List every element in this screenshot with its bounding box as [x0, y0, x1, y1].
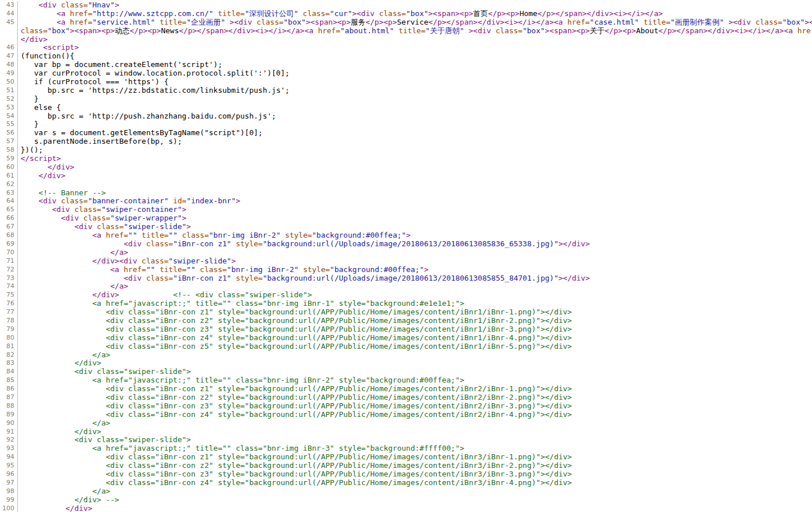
- code-text: <a href="service.html" title="企业画册" ><di…: [18, 18, 812, 27]
- code-token: "": [187, 265, 196, 274]
- code-line: 70 </a>: [0, 249, 812, 257]
- code-text: </a>: [18, 351, 111, 360]
- code-token: "box": [782, 18, 805, 26]
- code-token: </p></span></div><i></i></a><a: [659, 26, 798, 35]
- code-text: <div class="swiper-slide">: [18, 436, 191, 444]
- code-token: >: [182, 205, 187, 214]
- code-line: 65 <div class="swiper-container">: [0, 206, 812, 214]
- code-line: 53 else {: [0, 104, 812, 112]
- code-token: "banner-container": [88, 196, 168, 205]
- code-text: s.parentNode.insertBefore(bp, s);: [18, 137, 182, 146]
- code-token: </div>: [38, 171, 65, 180]
- code-line: 51 bp.src = 'https://zz.bdstatic.com/lin…: [0, 86, 812, 95]
- code-text: bp.src = 'http://push.zhanzhang.baidu.co…: [18, 112, 276, 121]
- code-text: </a>: [18, 249, 128, 257]
- code-token: "background:url(/Uploads/image/20180613/…: [263, 239, 559, 248]
- code-line: 60 </div>: [0, 163, 812, 172]
- code-token: id=: [168, 196, 186, 205]
- code-text: <div class="iBnr-con z1" style="backgrou…: [18, 385, 572, 393]
- code-token: "case.html": [590, 18, 639, 26]
- line-number: 49: [0, 69, 18, 78]
- code-token: <div class="iBnr-con z5" style="backgrou…: [106, 342, 572, 350]
- code-line: 46 <script>: [0, 44, 812, 52]
- line-number: 77: [0, 308, 18, 317]
- code-line: 71 </div><div class="swiper-slide">: [0, 257, 812, 266]
- code-line: 94 <div class="iBnr-con z1" style="backg…: [0, 453, 812, 462]
- line-number: 55: [0, 120, 18, 129]
- code-token: About: [636, 26, 659, 35]
- code-line: 54 bp.src = 'http://push.zhanzhang.baidu…: [0, 112, 812, 121]
- code-token: </div>: [74, 359, 101, 367]
- line-number: 65: [0, 206, 18, 214]
- line-number: 72: [0, 266, 18, 274]
- line-number: 100: [0, 505, 18, 512]
- line-number: 99: [0, 496, 18, 505]
- code-token: </p></span></div><i></i></a><a: [179, 26, 318, 35]
- line-number: 97: [0, 479, 18, 487]
- line-number: 94: [0, 453, 18, 462]
- code-token: 服务: [350, 18, 365, 26]
- line-number: 56: [0, 129, 18, 137]
- line-number: 79: [0, 325, 18, 334]
- code-text: (function(){: [18, 52, 74, 61]
- line-number: 84: [0, 368, 18, 376]
- code-text: <div class="iBnr-con z5" style="backgrou…: [18, 342, 572, 351]
- code-token: class=: [146, 239, 173, 248]
- code-token: <div: [38, 1, 61, 9]
- code-line: 76 <a href="javascript:;" title="" class…: [0, 300, 812, 308]
- code-token: 首页: [473, 9, 488, 18]
- code-line: 63 <!-- Banner -->: [0, 189, 812, 198]
- code-token: <a: [111, 265, 124, 274]
- code-line: 96 <div class="iBnr-con z3" style="backg…: [0, 470, 812, 479]
- code-token: })();: [21, 145, 43, 154]
- code-token: ></div>: [558, 239, 590, 248]
- code-text: </div>: [18, 359, 101, 368]
- line-number: 70: [0, 249, 18, 257]
- line-number: 62: [0, 180, 18, 189]
- code-token: class=: [195, 265, 227, 274]
- code-token: title=: [394, 26, 425, 35]
- code-text: <div class="iBnr-con z1" style="backgrou…: [18, 453, 572, 462]
- code-line: 61 </div>: [0, 172, 812, 180]
- line-number: 68: [0, 231, 18, 240]
- code-line: 47(function(){: [0, 52, 812, 61]
- code-text: var curProtocol = window.location.protoc…: [18, 69, 290, 78]
- code-token: "swiper-slide": [124, 222, 187, 231]
- code-token: "iBnr-con z1": [173, 239, 231, 248]
- code-line: 62: [0, 180, 812, 189]
- code-token: class=: [495, 26, 522, 35]
- code-line: 83 </div>: [0, 359, 812, 368]
- line-number: 53: [0, 104, 18, 112]
- code-token: "index-bnr": [187, 196, 236, 205]
- line-number: 48: [0, 61, 18, 69]
- code-token: <div class="iBnr-con z4" style="backgrou…: [106, 478, 572, 487]
- line-number: 75: [0, 291, 18, 300]
- code-token: ><span><p>: [306, 18, 350, 26]
- code-text: </div> -->: [18, 496, 119, 505]
- code-token: </p><p>: [129, 26, 161, 35]
- code-token: "box": [48, 26, 70, 35]
- code-token: <div class="iBnr-con z2" style="backgrou…: [106, 393, 572, 401]
- code-text: </script>: [18, 155, 61, 163]
- code-token: ><div: [225, 18, 257, 26]
- code-token: </p><p>: [365, 18, 397, 26]
- code-token: class=: [61, 196, 88, 205]
- line-number: 61: [0, 172, 18, 180]
- code-token: "企业画册": [187, 18, 226, 26]
- code-token: "": [168, 231, 178, 239]
- code-text: </div> <!-- <div class="swiper-slide">: [18, 291, 312, 300]
- code-token: var curProtocol = window.location.protoc…: [34, 69, 289, 77]
- code-token: Service: [397, 18, 428, 26]
- code-line: 97 <div class="iBnr-con z4" style="backg…: [0, 479, 812, 487]
- code-token: ><span><p>: [805, 18, 812, 26]
- line-number: 43: [0, 1, 18, 10]
- code-line: 49 var curProtocol = window.location.pro…: [0, 69, 812, 78]
- code-text: else {: [18, 104, 61, 112]
- code-token: ></div>: [558, 274, 590, 282]
- code-line: 88 <div class="iBnr-con z3" style="backg…: [0, 402, 812, 411]
- code-token: "bnr-img iBnr-2": [209, 231, 281, 239]
- code-token: <div class="iBnr-con z4" style="backgrou…: [106, 333, 572, 342]
- line-number: 64: [0, 197, 18, 206]
- code-token: style=: [298, 265, 330, 274]
- code-line: 75 </div> <!-- <div class="swiper-slide"…: [0, 291, 812, 300]
